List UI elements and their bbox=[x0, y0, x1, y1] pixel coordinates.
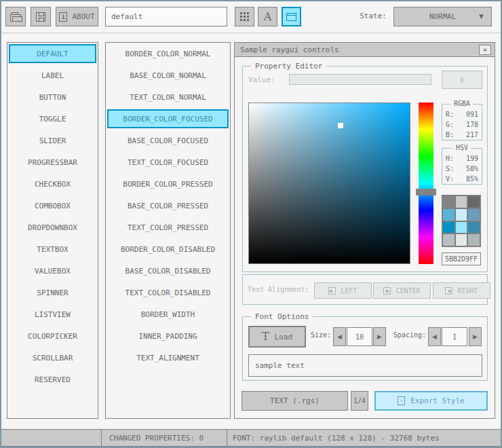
left-arrow-icon: ◀ bbox=[337, 333, 342, 340]
color-picker-area[interactable] bbox=[248, 102, 410, 264]
spacing-decrease-button[interactable]: ◀ bbox=[428, 327, 441, 346]
list-item-text_color_normal[interactable]: TEXT_COLOR_NORMAL bbox=[106, 86, 230, 108]
list-item-label: BORDER_COLOR_PRESSED bbox=[123, 180, 212, 189]
list-item-label: BORDER_WIDTH bbox=[141, 310, 195, 319]
font-view-button[interactable]: A bbox=[258, 7, 277, 26]
list-item-border_color_focused[interactable]: BORDER_COLOR_FOCUSED bbox=[106, 108, 230, 130]
save-style-button[interactable] bbox=[31, 7, 51, 26]
close-icon: × bbox=[483, 46, 488, 54]
list-item-default[interactable]: DEFAULT bbox=[7, 43, 98, 64]
list-item-spinner[interactable]: SPINNER bbox=[7, 282, 98, 303]
list-item-inner_padding[interactable]: INNER_PADDING bbox=[106, 325, 230, 347]
list-item-textbox[interactable]: TEXTBOX bbox=[7, 238, 98, 260]
rgba-row-b: B: 217 bbox=[442, 130, 482, 140]
list-item-border_color_pressed[interactable]: BORDER_COLOR_PRESSED bbox=[106, 173, 230, 195]
align-left-label: LEFT bbox=[341, 287, 357, 295]
list-item-border_color_disabled[interactable]: BORDER_COLOR_DISABLED bbox=[106, 238, 230, 260]
list-item-base_color_pressed[interactable]: BASE_COLOR_PRESSED bbox=[106, 195, 230, 217]
list-item-label: TOGGLE bbox=[39, 115, 66, 124]
hsv-row-s: S: 58% bbox=[442, 164, 482, 174]
list-item-slider[interactable]: SLIDER bbox=[7, 130, 98, 151]
list-item-label: TEXTBOX bbox=[37, 245, 68, 254]
list-item-listview[interactable]: LISTVIEW bbox=[7, 303, 98, 325]
list-item-valuebox[interactable]: VALUEBOX bbox=[7, 260, 98, 282]
export-icon: › bbox=[398, 396, 405, 405]
hue-bar[interactable] bbox=[419, 102, 433, 264]
list-item-base_color_disabled[interactable]: BASE_COLOR_DISABLED bbox=[106, 260, 230, 282]
property-editor-title: Property Editor bbox=[251, 62, 326, 71]
align-center-button[interactable]: CENTER bbox=[373, 282, 431, 299]
export-style-button[interactable]: › Export Style bbox=[374, 391, 488, 411]
style-name-input[interactable] bbox=[105, 7, 227, 26]
rgba-group: RGBA R: 091 G: 178 B: 217 bbox=[442, 104, 482, 141]
open-style-button[interactable] bbox=[5, 7, 26, 26]
list-item-reserved[interactable]: RESERVED bbox=[7, 369, 98, 390]
right-arrow-icon: ▶ bbox=[473, 333, 478, 340]
chevron-down-icon: ▼ bbox=[479, 13, 484, 20]
hsv-group: HSV H: 199 S: 58% V: 85% bbox=[442, 148, 482, 185]
export-style-label: Export Style bbox=[410, 396, 464, 405]
grid-icon bbox=[240, 12, 249, 21]
spacing-value-box[interactable]: 1 bbox=[442, 327, 467, 346]
color-swatch[interactable] bbox=[468, 196, 480, 208]
size-value-box[interactable]: 10 bbox=[347, 327, 372, 346]
list-item-label: BASE_COLOR_NORMAL bbox=[130, 71, 206, 80]
list-item-text_alignment[interactable]: TEXT_ALIGNMENT bbox=[106, 347, 230, 369]
hue-slider-handle[interactable] bbox=[416, 189, 436, 195]
list-item-checkbox[interactable]: CHECKBOX bbox=[7, 173, 98, 195]
list-item-label: BASE_COLOR_PRESSED bbox=[128, 202, 208, 210]
list-item-border_color_normal[interactable]: BORDER_COLOR_NORMAL bbox=[106, 43, 230, 64]
sample-text-box[interactable]: sample text bbox=[248, 354, 482, 377]
color-swatch[interactable] bbox=[456, 209, 467, 221]
color-swatch[interactable] bbox=[468, 209, 480, 221]
list-item-toggle[interactable]: TOGGLE bbox=[7, 108, 98, 130]
value-slider[interactable] bbox=[289, 74, 431, 85]
list-item-progressbar[interactable]: PROGRESSBAR bbox=[7, 151, 98, 173]
rgba-title: RGBA bbox=[451, 100, 473, 107]
list-item-label: VALUEBOX bbox=[35, 267, 71, 276]
list-item-dropdownbox[interactable]: DROPDOWNBOX bbox=[7, 217, 98, 238]
list-item-base_color_focused[interactable]: BASE_COLOR_FOCUSED bbox=[106, 130, 230, 151]
controls-view-button[interactable] bbox=[282, 7, 301, 26]
list-item-base_color_normal[interactable]: BASE_COLOR_NORMAL bbox=[106, 64, 230, 86]
close-button[interactable]: × bbox=[479, 45, 491, 55]
color-swatch[interactable] bbox=[443, 222, 455, 234]
align-right-label: RIGHT bbox=[457, 287, 478, 295]
color-swatch[interactable] bbox=[468, 222, 480, 234]
state-dropdown[interactable]: NORMAL ▼ bbox=[393, 7, 492, 26]
rgba-row-r: R: 091 bbox=[442, 109, 482, 119]
align-left-icon bbox=[328, 287, 336, 295]
list-item-label: PROGRESSBAR bbox=[28, 158, 77, 167]
color-picker-cursor[interactable] bbox=[338, 123, 343, 128]
list-item-text_color_disabled[interactable]: TEXT_COLOR_DISABLED bbox=[106, 282, 230, 303]
list-item-colorpicker[interactable]: COLORPICKER bbox=[7, 325, 98, 347]
color-swatch[interactable] bbox=[456, 222, 467, 234]
list-item-text_color_pressed[interactable]: TEXT_COLOR_PRESSED bbox=[106, 217, 230, 238]
align-right-button[interactable]: RIGHT bbox=[433, 282, 490, 299]
color-swatch[interactable] bbox=[456, 196, 467, 208]
spacing-increase-button[interactable]: ▶ bbox=[469, 327, 482, 346]
list-item-label: TEXT_COLOR_PRESSED bbox=[128, 223, 208, 232]
list-item-scrollbar[interactable]: SCROLLBAR bbox=[7, 347, 98, 369]
color-swatch[interactable] bbox=[468, 234, 480, 246]
grid-view-button[interactable] bbox=[235, 7, 254, 26]
list-item-combobox[interactable]: COMBOBOX bbox=[7, 195, 98, 217]
page-indicator[interactable]: 1/4 bbox=[351, 391, 368, 411]
g-label: G: bbox=[446, 119, 454, 130]
size-increase-button[interactable]: ▶ bbox=[373, 327, 386, 346]
color-swatch[interactable] bbox=[456, 234, 467, 246]
list-item-text_color_focused[interactable]: TEXT_COLOR_FOCUSED bbox=[106, 151, 230, 173]
color-swatch[interactable] bbox=[443, 234, 455, 246]
align-left-button[interactable]: LEFT bbox=[314, 282, 372, 299]
color-swatch[interactable] bbox=[443, 196, 455, 208]
list-item-label[interactable]: LABEL bbox=[7, 64, 98, 86]
text-rgs-button[interactable]: TEXT (.rgs) bbox=[242, 391, 348, 411]
value-spinner-button[interactable]: 0 bbox=[442, 71, 482, 89]
list-item-button[interactable]: BUTTON bbox=[7, 86, 98, 108]
size-decrease-button[interactable]: ◀ bbox=[333, 327, 346, 346]
list-item-border_width[interactable]: BORDER_WIDTH bbox=[106, 303, 230, 325]
window-titlebar[interactable]: Sample raygui controls × bbox=[235, 43, 495, 57]
about-button[interactable]: i ABOUT bbox=[56, 7, 98, 26]
color-swatch[interactable] bbox=[443, 209, 455, 221]
hex-value-box[interactable]: 5BB2D9FF bbox=[442, 253, 481, 265]
